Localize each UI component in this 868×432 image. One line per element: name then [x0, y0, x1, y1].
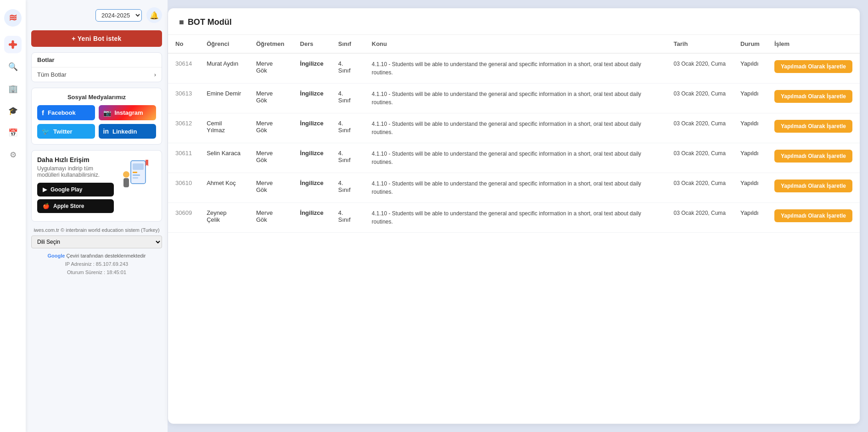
copyright-text: iwes.com.tr © interbrain world education… [31, 227, 162, 233]
cell-sinif: 4. Sınıf [331, 203, 364, 233]
instagram-icon: 📷 [103, 109, 111, 117]
cell-ders: İngilizce [293, 113, 331, 143]
cell-no: 30614 [168, 53, 199, 84]
svg-point-5 [123, 171, 129, 178]
ip-address: IP Adresiniz : 85.107.69.243 [31, 261, 162, 267]
all-bots-item[interactable]: Tüm Botlar › [32, 67, 162, 82]
mark-as-undone-button[interactable]: Yapılmadı Olarak İşaretle [774, 209, 852, 222]
botlar-header: Botlar [32, 53, 162, 67]
language-select[interactable]: Dili Seçin [31, 236, 162, 248]
table-body: 30614 Murat Aydın Merve Gök İngilizce 4.… [168, 53, 860, 233]
cell-tarih: 03 Ocak 2020, Cuma [666, 113, 733, 143]
facebook-button[interactable]: f Facebook [37, 105, 95, 120]
bell-button[interactable]: 🔔 [146, 7, 162, 23]
cell-ogrenci: Zeynep Çelik [199, 203, 249, 233]
nav-building-icon[interactable]: 🏢 [4, 80, 22, 97]
table-row: 30610 Ahmet Koç Merve Gök İngilizce 4. S… [168, 173, 860, 203]
app-illustration [119, 156, 156, 197]
cell-sinif: 4. Sınıf [331, 143, 364, 173]
cell-no: 30610 [168, 173, 199, 203]
table-wrapper: No Öğrenci Öğretmen Ders Sınıf Konu Tari… [168, 35, 860, 424]
year-select[interactable]: 2024-2025 [95, 9, 142, 22]
nav-graduation-icon[interactable]: 🎓 [4, 102, 22, 119]
cell-ogrenci: Ahmet Koç [199, 173, 249, 203]
linkedin-button[interactable]: in Linkedin [99, 124, 157, 139]
quick-access-section: Daha Hızlı Erişim Uygulamayı indirip tüm… [31, 150, 162, 222]
cell-konu: 4.1.10 - Students will be able to unders… [364, 143, 666, 173]
cell-durum: Yapıldı [733, 173, 767, 203]
social-title: Sosyal Medyalarımız [37, 94, 156, 101]
apple-icon: 🍎 [43, 203, 50, 209]
botlar-section: Botlar Tüm Botlar › [31, 52, 162, 82]
page-title: BOT Modül [188, 17, 232, 27]
sidebar-footer: iwes.com.tr © interbrain world education… [31, 227, 162, 275]
cell-sinif: 4. Sınıf [331, 84, 364, 113]
cell-islem: Yapılmadı Olarak İşaretle [767, 84, 860, 113]
google-play-button[interactable]: ▶ Google Play [37, 183, 114, 196]
col-tarih: Tarih [666, 35, 733, 53]
cell-sinif: 4. Sınıf [331, 173, 364, 203]
cell-ogrenci: Cemil Yılmaz [199, 113, 249, 143]
cell-islem: Yapılmadı Olarak İşaretle [767, 173, 860, 203]
cell-durum: Yapıldı [733, 203, 767, 233]
mark-as-undone-button[interactable]: Yapılmadı Olarak İşaretle [774, 60, 852, 73]
cell-ogrenci: Emine Demir [199, 84, 249, 113]
svg-rect-2 [133, 172, 137, 173]
cell-no: 30609 [168, 203, 199, 233]
sidebar-header: 2024-2025 🔔 [31, 7, 162, 23]
cell-islem: Yapılmadı Olarak İşaretle [767, 203, 860, 233]
cell-ders: İngilizce [293, 143, 331, 173]
cell-durum: Yapıldı [733, 84, 767, 113]
cell-konu: 4.1.10 - Students will be able to unders… [364, 203, 666, 233]
col-konu: Konu [364, 35, 666, 53]
mark-as-undone-button[interactable]: Yapılmadı Olarak İşaretle [774, 90, 852, 103]
cell-ogretmen: Merve Gök [249, 203, 293, 233]
nav-calendar-icon[interactable]: 📅 [4, 124, 22, 141]
mark-as-undone-button[interactable]: Yapılmadı Olarak İşaretle [774, 180, 852, 192]
cell-tarih: 03 Ocak 2020, Cuma [666, 173, 733, 203]
cell-tarih: 03 Ocak 2020, Cuma [666, 53, 733, 84]
twitter-button[interactable]: 🐦 Twitter [37, 124, 95, 139]
nav-settings-icon[interactable]: ⚙ [4, 146, 22, 163]
cell-tarih: 03 Ocak 2020, Cuma [666, 143, 733, 173]
cell-islem: Yapılmadı Olarak İşaretle [767, 143, 860, 173]
col-ogrenci: Öğrenci [199, 35, 249, 53]
play-icon: ▶ [43, 186, 47, 193]
mark-as-undone-button[interactable]: Yapılmadı Olarak İşaretle [774, 150, 852, 163]
svg-rect-6 [123, 178, 129, 187]
col-ders: Ders [293, 35, 331, 53]
page-header: ■ BOT Modül [168, 8, 860, 35]
cell-sinif: 4. Sınıf [331, 53, 364, 84]
cell-tarih: 03 Ocak 2020, Cuma [666, 203, 733, 233]
quick-subtitle: Uygulamayı indirip tüm modülleri kullana… [37, 165, 114, 178]
cell-ogrenci: Murat Aydın [199, 53, 249, 84]
cell-durum: Yapıldı [733, 113, 767, 143]
cell-konu: 4.1.10 - Students will be able to unders… [364, 84, 666, 113]
quick-title: Daha Hızlı Erişim [37, 156, 114, 163]
icon-rail: ≋ 🔍 🏢 🎓 📅 ⚙ [0, 0, 26, 432]
svg-rect-4 [133, 177, 138, 179]
col-durum: Durum [733, 35, 767, 53]
cell-sinif: 4. Sınıf [331, 113, 364, 143]
cell-islem: Yapılmadı Olarak İşaretle [767, 53, 860, 84]
cell-durum: Yapıldı [733, 143, 767, 173]
cell-durum: Yapıldı [733, 53, 767, 84]
new-bot-button[interactable]: + Yeni Bot istek [31, 30, 162, 47]
apple-store-button[interactable]: 🍎 Apple Store [37, 199, 114, 213]
instagram-button[interactable]: 📷 Instagram [99, 105, 157, 120]
twitter-icon: 🐦 [42, 128, 50, 135]
cell-no: 30611 [168, 143, 199, 173]
logo-icon: ≋ [4, 9, 22, 27]
table-row: 30612 Cemil Yılmaz Merve Gök İngilizce 4… [168, 113, 860, 143]
table-row: 30609 Zeynep Çelik Merve Gök İngilizce 4… [168, 203, 860, 233]
nav-bot-icon[interactable] [4, 36, 22, 53]
col-sinif: Sınıf [331, 35, 364, 53]
svg-rect-3 [133, 174, 140, 176]
social-section: Sosyal Medyalarımız f Facebook 📷 Instagr… [31, 88, 162, 145]
facebook-icon: f [42, 109, 44, 117]
nav-search-icon[interactable]: 🔍 [4, 58, 22, 75]
cell-ders: İngilizce [293, 173, 331, 203]
cell-no: 30612 [168, 113, 199, 143]
google-translate-text: Google Çeviri tarafından desteklenmekted… [31, 253, 162, 258]
mark-as-undone-button[interactable]: Yapılmadı Olarak İşaretle [774, 120, 852, 133]
